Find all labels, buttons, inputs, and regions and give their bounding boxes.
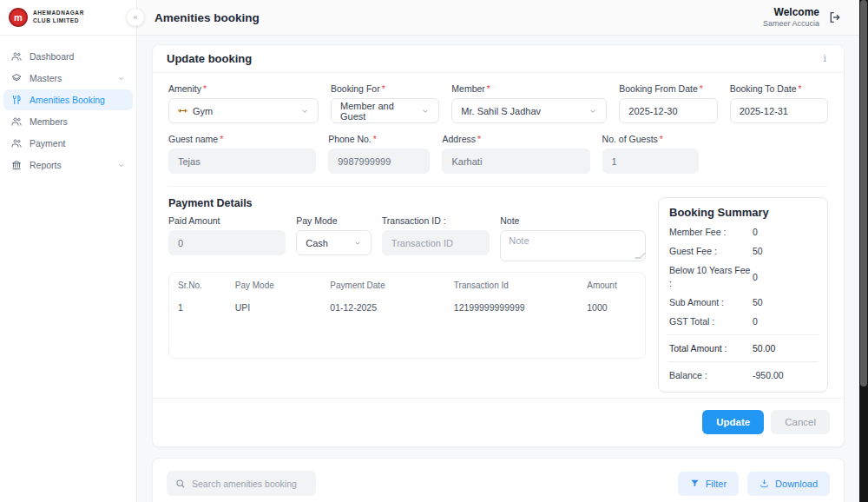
summary-value: 0	[753, 272, 758, 282]
booking-from-date-input[interactable]: 2025-12-30	[619, 98, 717, 123]
sidebar-item-reports[interactable]: Reports	[3, 155, 133, 175]
sidebar-item-amenities-booking[interactable]: Amenities Booking	[3, 89, 133, 110]
summary-value: 0	[753, 227, 758, 237]
cell-amount: 1000	[578, 295, 645, 320]
phone-label: Phone No.	[328, 134, 372, 144]
booking-from-date-field: Booking From Date* 2025-12-30	[619, 83, 717, 123]
brand: m AHEMADNAGAR CLUB LIMITED	[0, 0, 136, 36]
logout-icon[interactable]	[828, 10, 842, 24]
summary-total-row: Total Amount :50.00	[669, 342, 817, 354]
booking-from-date-value: 2025-12-30	[628, 106, 677, 116]
summary-value: 50	[753, 246, 763, 256]
phone-value: 9987999999	[338, 156, 391, 167]
paid-amount-value: 0	[178, 238, 183, 248]
sidebar-item-dashboard[interactable]: Dashboard	[3, 46, 133, 67]
column-header: Payment Date	[321, 273, 444, 295]
update-button[interactable]: Update	[702, 410, 764, 434]
no-of-guests-input[interactable]: 1	[602, 149, 699, 174]
paid-amount-field: Paid Amount 0	[168, 215, 286, 261]
sidebar-item-masters[interactable]: Masters	[3, 68, 133, 89]
gym-icon	[178, 106, 187, 116]
booking-for-select[interactable]: Member and Guest	[331, 98, 439, 123]
filter-button[interactable]: Filter	[678, 472, 739, 496]
form-row-2: Guest name* Tejas Phone No.* 9987999999 …	[168, 134, 828, 187]
guest-name-input[interactable]: Tejas	[168, 149, 316, 174]
booking-to-date-value: 2025-12-31	[740, 106, 788, 116]
note-field: Note	[500, 215, 646, 261]
no-of-guests-field: No. of Guests* 1	[602, 134, 699, 174]
users-icon	[11, 51, 22, 62]
column-header: Transaction Id	[445, 273, 578, 295]
layers-icon	[11, 73, 22, 83]
users-icon	[11, 138, 22, 149]
summary-label: Sub Amount :	[669, 296, 753, 308]
no-of-guests-label: No. of Guests	[602, 134, 658, 144]
address-value: Karhati	[451, 156, 482, 167]
sidebar-item-label: Members	[30, 116, 68, 127]
guest-name-label: Guest name	[168, 134, 218, 144]
scrollbar-thumb[interactable]	[860, 0, 867, 386]
note-input[interactable]	[500, 230, 646, 261]
chevron-down-icon	[117, 162, 125, 169]
required-mark: *	[487, 83, 490, 94]
member-select[interactable]: Mr. Sahil S Jadhav	[451, 98, 607, 123]
address-input[interactable]: Karhati	[442, 149, 589, 174]
sidebar-item-label: Payment	[30, 138, 65, 149]
payment-table-row: 1 UPI 01-12-2025 12199999999999 1000	[169, 295, 645, 320]
main-content: Update booking i Amenity* Gym Bo	[137, 36, 859, 502]
search-input[interactable]	[192, 479, 307, 489]
download-label: Download	[775, 479, 818, 489]
paid-amount-input[interactable]: 0	[168, 230, 286, 255]
payment-section: Payment Details Paid Amount 0 Pay Mode C…	[168, 187, 828, 393]
pay-mode-value: Cash	[306, 238, 328, 248]
sidebar-item-members[interactable]: Members	[3, 111, 133, 132]
member-field: Member* Mr. Sahil S Jadhav	[451, 83, 607, 123]
member-value: Mr. Sahil S Jadhav	[461, 106, 541, 116]
amenity-select[interactable]: Gym	[168, 98, 319, 123]
booking-summary-panel: Booking Summary Member Fee :0 Guest Fee …	[658, 197, 828, 393]
page: m AHEMADNAGAR CLUB LIMITED Dashboard Mas…	[0, 0, 868, 502]
chevron-down-icon	[589, 107, 597, 116]
booking-to-date-input[interactable]: 2025-12-31	[730, 98, 828, 123]
sidebar-nav: Dashboard Masters Amenities Booking	[0, 36, 136, 175]
guest-name-value: Tejas	[178, 156, 201, 167]
summary-value: 50.00	[753, 343, 775, 353]
form-row-1: Amenity* Gym Booking For* Member and Gue…	[168, 83, 828, 123]
download-button[interactable]: Download	[747, 472, 830, 496]
sidebar-item-label: Masters	[30, 73, 62, 83]
cell-sr-no: 1	[169, 295, 227, 320]
required-mark: *	[382, 83, 385, 94]
amenity-value: Gym	[193, 106, 213, 116]
welcome-text: Welcome	[763, 6, 819, 19]
required-mark: *	[373, 134, 377, 144]
summary-row: Guest Fee :50	[669, 245, 817, 257]
info-icon[interactable]: i	[819, 53, 830, 64]
required-mark: *	[700, 83, 703, 94]
booking-for-value: Member and Guest	[340, 101, 416, 122]
top-header: Amenities booking Welcome Sameer Accucia	[137, 0, 859, 36]
booking-to-date-field: Booking To Date* 2025-12-31	[730, 83, 828, 123]
no-of-guests-value: 1	[612, 156, 617, 167]
column-header: Sr.No.	[169, 273, 227, 295]
booking-to-date-label: Booking To Date	[730, 83, 797, 94]
sidebar-item-label: Dashboard	[30, 51, 74, 62]
required-mark: *	[203, 83, 207, 94]
paid-amount-label: Paid Amount	[168, 215, 286, 226]
cancel-button[interactable]: Cancel	[771, 410, 830, 434]
sidebar-collapse-button[interactable]: «	[127, 9, 144, 26]
transaction-id-field: Transaction ID :	[382, 215, 490, 261]
club-logo: m	[9, 8, 28, 27]
transaction-id-input[interactable]	[382, 230, 490, 255]
pay-mode-label: Pay Mode	[296, 215, 372, 226]
phone-input[interactable]: 9987999999	[328, 149, 430, 174]
summary-value: 0	[753, 316, 758, 327]
filter-label: Filter	[706, 479, 727, 489]
search-box[interactable]	[167, 471, 316, 496]
booking-for-field: Booking For* Member and Guest	[331, 83, 439, 123]
list-toolbar: Filter Download	[167, 471, 830, 496]
pay-mode-select[interactable]: Cash	[296, 230, 372, 255]
sidebar-item-payment[interactable]: Payment	[3, 133, 133, 154]
brand-name: AHEMADNAGAR CLUB LIMITED	[33, 10, 84, 25]
booking-summary-title: Booking Summary	[669, 206, 817, 219]
page-scrollbar	[859, 0, 868, 502]
